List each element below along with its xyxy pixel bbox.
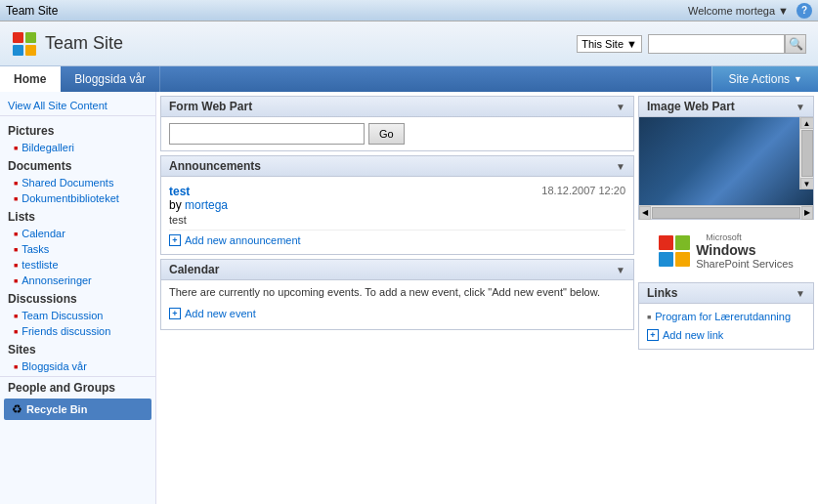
announcements-body: test 18.12.2007 12:20 by mortega test + …: [161, 177, 633, 254]
windows-label: Windows: [696, 242, 794, 258]
add-event-icon: +: [169, 308, 181, 319]
image-webpart-header: Image Web Part ▼: [639, 97, 813, 117]
windows-logo-icon: [659, 235, 690, 267]
sidebar-item-shared-documents[interactable]: Shared Documents: [0, 175, 155, 190]
add-event-link[interactable]: + Add new event: [169, 304, 625, 323]
links-body: ■ Program for Lærerutdanning + Add new l…: [639, 304, 813, 349]
win-logo-yellow: [675, 252, 690, 267]
window-title: Team Site: [6, 4, 58, 18]
sidebar-section-documents: Documents: [0, 155, 155, 175]
announcement-item: test 18.12.2007 12:20 by mortega test: [169, 181, 625, 231]
links-menu[interactable]: ▼: [796, 288, 805, 299]
scroll-up-arrow[interactable]: ▲: [800, 117, 814, 129]
site-selector[interactable]: This Site ▼: [577, 35, 642, 53]
announcement-author-link[interactable]: mortega: [185, 198, 228, 212]
form-webpart: Form Web Part ▼ Go: [160, 96, 634, 151]
sidebar-item-calendar[interactable]: Calendar: [0, 226, 155, 241]
announcements-webpart: Announcements ▼ test 18.12.2007 12:20 by…: [160, 155, 634, 255]
sidebar-item-dokumentbiblioteket[interactable]: Dokumentbiblioteket: [0, 190, 155, 206]
sidebar-item-tasks[interactable]: Tasks: [0, 241, 155, 257]
win-logo-green: [675, 235, 690, 250]
sidebar: View All Site Content Pictures Bildegall…: [0, 92, 156, 504]
announcements-title: Announcements: [169, 159, 261, 173]
calendar-title: Calendar: [169, 263, 219, 276]
announcements-menu[interactable]: ▼: [616, 161, 625, 172]
sidebar-item-bildegalleri[interactable]: Bildegalleri: [0, 140, 155, 155]
announcement-meta: test 18.12.2007 12:20: [169, 185, 625, 198]
image-webpart-menu[interactable]: ▼: [796, 102, 805, 112]
calendar-webpart: Calendar ▼ There are currently no upcomi…: [160, 259, 634, 330]
scroll-down-arrow[interactable]: ▼: [800, 178, 814, 189]
svg-rect-2: [13, 45, 23, 56]
sidebar-section-discussions: Discussions: [0, 288, 155, 308]
image-webpart-title: Image Web Part: [647, 100, 735, 113]
links-title: Links: [647, 286, 677, 300]
sidebar-item-bloggsida[interactable]: Bloggsida vår: [0, 358, 155, 374]
image-container: ▲ ▼: [639, 117, 813, 205]
image-webpart-body: ▲ ▼ ◀ ▶: [639, 117, 813, 219]
scroll-thumb-v[interactable]: [801, 130, 813, 177]
win-logo-blue: [659, 252, 673, 267]
horizontal-scrollbar[interactable]: ◀ ▶: [639, 205, 813, 219]
sidebar-section-sites: Sites: [0, 339, 155, 358]
link-bullet: ■: [647, 314, 651, 320]
view-all-site-content-link[interactable]: View All Site Content: [0, 96, 155, 116]
recycle-bin-link[interactable]: ♻ Recycle Bin: [4, 399, 151, 420]
nav-tabs: Home Bloggsida vår: [0, 66, 160, 92]
help-icon[interactable]: ?: [796, 3, 812, 19]
form-go-button[interactable]: Go: [368, 123, 405, 145]
tab-bloggsida[interactable]: Bloggsida vår: [61, 66, 160, 92]
content-area: Form Web Part ▼ Go Announcements ▼: [156, 92, 818, 504]
people-and-groups-title: People and Groups: [0, 376, 155, 397]
form-webpart-menu[interactable]: ▼: [616, 102, 625, 112]
sharepoint-logo-icon: [12, 31, 37, 57]
calendar-menu[interactable]: ▼: [616, 265, 625, 275]
header-right: This Site ▼ 🔍: [577, 34, 806, 54]
site-actions-button[interactable]: Site Actions ▼: [711, 66, 818, 92]
sidebar-item-testliste[interactable]: testliste: [0, 257, 155, 273]
sidebar-item-friends-discussion[interactable]: Friends discussion: [0, 323, 155, 339]
link-larerutdanning[interactable]: Program for Lærerutdanning: [655, 311, 791, 322]
search-button[interactable]: 🔍: [785, 34, 806, 54]
win-logo-red: [659, 235, 673, 250]
sidebar-item-team-discussion[interactable]: Team Discussion: [0, 308, 155, 323]
calendar-body: There are currently no upcoming events. …: [161, 280, 633, 329]
announcement-author: by mortega: [169, 198, 625, 212]
form-webpart-input[interactable]: [169, 123, 365, 145]
svg-rect-3: [25, 45, 36, 56]
scroll-right-arrow[interactable]: ▶: [801, 206, 813, 220]
link-item-larerutdanning: ■ Program for Lærerutdanning: [647, 308, 805, 325]
form-webpart-body: Go: [161, 117, 633, 150]
vertical-scrollbar[interactable]: ▲ ▼: [799, 117, 813, 189]
scroll-left-arrow[interactable]: ◀: [639, 206, 651, 220]
links-header: Links ▼: [639, 283, 813, 304]
welcome-text[interactable]: Welcome mortega ▼: [688, 5, 789, 17]
site-logo: Team Site: [12, 31, 123, 57]
announcement-text: test: [169, 214, 625, 226]
add-link-link[interactable]: + Add new link: [647, 325, 805, 345]
scroll-thumb-h[interactable]: [652, 207, 800, 219]
search-input[interactable]: [648, 34, 785, 54]
sharepoint-logo-area: Microsoft Windows SharePoint Services: [638, 224, 814, 278]
main-layout: View All Site Content Pictures Bildegall…: [0, 92, 818, 504]
form-webpart-header: Form Web Part ▼: [161, 97, 633, 117]
announcement-title[interactable]: test: [169, 185, 190, 198]
microsoft-label: Microsoft: [706, 232, 794, 242]
add-announcement-link[interactable]: + Add new announcement: [169, 231, 625, 250]
recycle-bin-label: Recycle Bin: [26, 403, 87, 415]
title-bar: Team Site Welcome mortega ▼ ?: [0, 0, 818, 21]
sidebar-item-annonseringer[interactable]: Annonseringer: [0, 273, 155, 288]
form-webpart-title: Form Web Part: [169, 100, 252, 113]
sharepoint-label: SharePoint Services: [696, 258, 794, 270]
header: Team Site This Site ▼ 🔍: [0, 21, 818, 66]
image-webpart: Image Web Part ▼ ▲ ▼ ◀ ▶: [638, 96, 814, 220]
svg-rect-0: [13, 32, 23, 43]
search-box: 🔍: [648, 34, 806, 54]
right-column: Image Web Part ▼ ▲ ▼ ◀ ▶: [638, 96, 814, 500]
announcement-date: 18.12.2007 12:20: [541, 185, 625, 198]
add-link-icon: +: [647, 329, 659, 341]
tab-home[interactable]: Home: [0, 66, 61, 92]
calendar-empty-text: There are currently no upcoming events. …: [169, 286, 625, 298]
recycle-bin-icon: ♻: [12, 402, 22, 416]
svg-rect-1: [25, 32, 36, 43]
